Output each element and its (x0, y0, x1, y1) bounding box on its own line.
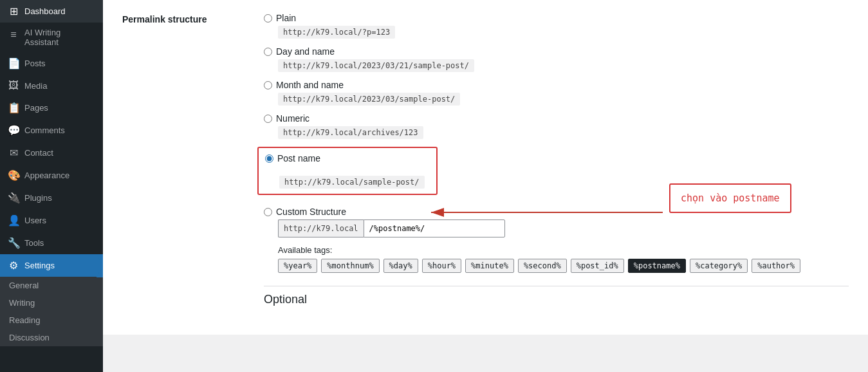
sidebar-item-comments[interactable]: 💬 Comments (0, 119, 103, 142)
tools-icon: 🔧 (8, 237, 19, 249)
option-plain-label[interactable]: Plain (264, 13, 849, 23)
sidebar-item-media[interactable]: 🖼 Media (0, 75, 103, 97)
radio-plain[interactable] (264, 14, 272, 23)
sidebar-item-label: Dashboard (24, 6, 66, 16)
radio-month-name[interactable] (264, 81, 272, 89)
reading-label: Reading (9, 315, 40, 325)
option-post-name: Post name http://k79.local/sample-post/ (257, 147, 438, 195)
option-plain: Plain http://k79.local/?p=123 (264, 13, 849, 39)
callout-box: chọn vào postname (669, 183, 791, 213)
option-day-name: Day and name http://k79.local/2023/03/21… (264, 46, 849, 72)
sidebar-item-label: Appearance (24, 171, 69, 180)
sidebar: ⊞ Dashboard ≡ AI Writing Assistant 📄 Pos… (0, 0, 103, 372)
optional-heading: Optional (264, 286, 849, 306)
radio-day-name[interactable] (264, 48, 272, 56)
sidebar-item-label: Media (24, 81, 47, 91)
users-icon: 👤 (8, 214, 19, 227)
comments-icon: 💬 (8, 124, 19, 136)
settings-icon: ⚙ (8, 259, 19, 272)
sidebar-item-label: AI Writing Assistant (24, 28, 60, 47)
sidebar-item-contact[interactable]: ✉ Contact (0, 142, 103, 164)
tag-minute[interactable]: %minute% (465, 259, 514, 273)
tag-year[interactable]: %year% (278, 259, 317, 273)
sidebar-item-label: Comments (24, 126, 65, 135)
custom-input-row: http://k79.local (278, 219, 849, 237)
pages-icon: 📋 (8, 102, 19, 114)
option-plain-example: http://k79.local/?p=123 (278, 26, 395, 39)
option-day-name-example: http://k79.local/2023/03/21/sample-post/ (278, 59, 474, 72)
sidebar-item-pages[interactable]: 📋 Pages (0, 97, 103, 119)
option-month-name: Month and name http://k79.local/2023/03/… (264, 80, 849, 106)
custom-base-url: http://k79.local (278, 219, 364, 237)
sidebar-item-plugins[interactable]: 🔌 Plugins (0, 187, 103, 209)
tag-second[interactable]: %second% (518, 259, 567, 273)
dashboard-icon: ⊞ (8, 5, 19, 17)
radio-custom[interactable] (264, 208, 272, 216)
contact-icon: ✉ (8, 147, 19, 159)
available-tags-section: Available tags: %year% %monthnum% %day% … (278, 245, 849, 273)
sidebar-item-settings[interactable]: ⚙ Settings (0, 254, 103, 277)
sidebar-item-posts[interactable]: 📄 Posts (0, 52, 103, 75)
permalink-label: Permalink structure (122, 13, 264, 24)
sidebar-item-label: Posts (24, 59, 46, 68)
sidebar-item-appearance[interactable]: 🎨 Appearance (0, 164, 103, 187)
sidebar-item-users[interactable]: 👤 Users (0, 209, 103, 232)
ai-writing-icon: ≡ (8, 29, 19, 41)
tag-post-id[interactable]: %post_id% (571, 259, 624, 273)
sidebar-item-label: Pages (24, 103, 48, 113)
sidebar-item-writing[interactable]: Writing (0, 294, 103, 312)
option-month-name-label[interactable]: Month and name (264, 80, 849, 90)
plugins-icon: 🔌 (8, 192, 19, 204)
appearance-icon: 🎨 (8, 169, 19, 181)
content-area: Permalink structure Plain http://k79.loc… (103, 0, 868, 335)
radio-numeric[interactable] (264, 115, 272, 123)
option-post-name-label[interactable]: Post name (265, 153, 430, 163)
tag-monthnum[interactable]: %monthnum% (321, 259, 379, 273)
custom-structure-input[interactable] (364, 219, 505, 237)
posts-icon: 📄 (8, 57, 19, 70)
sidebar-item-label: Contact (24, 148, 53, 158)
sidebar-item-tools[interactable]: 🔧 Tools (0, 232, 103, 254)
sidebar-item-label: Tools (24, 238, 44, 248)
sidebar-item-dashboard[interactable]: ⊞ Dashboard (0, 0, 103, 23)
sidebar-item-label: Plugins (24, 193, 52, 203)
option-month-name-example: http://k79.local/2023/03/sample-post/ (278, 93, 460, 106)
sidebar-item-discussion[interactable]: Discussion (0, 329, 103, 346)
sidebar-item-label: Settings (24, 261, 55, 270)
media-icon: 🖼 (8, 80, 19, 91)
available-tags-label: Available tags: (278, 245, 849, 255)
sidebar-item-reading[interactable]: Reading (0, 312, 103, 329)
permalink-options: Plain http://k79.local/?p=123 Day and na… (264, 13, 849, 306)
discussion-label: Discussion (9, 333, 50, 342)
tag-postname[interactable]: %postname% (628, 259, 686, 273)
option-numeric: Numeric http://k79.local/archives/123 (264, 113, 849, 139)
general-label: General (9, 281, 39, 290)
permalink-row: Permalink structure Plain http://k79.loc… (122, 13, 849, 306)
option-numeric-example: http://k79.local/archives/123 (278, 126, 423, 139)
sidebar-item-general[interactable]: General (0, 277, 103, 294)
sidebar-submenu: General Writing Reading Discussion (0, 277, 103, 346)
sidebar-item-label: Users (24, 216, 46, 225)
sidebar-item-ai-writing[interactable]: ≡ AI Writing Assistant (0, 23, 103, 52)
tag-author[interactable]: %author% (752, 259, 800, 273)
option-day-name-label[interactable]: Day and name (264, 46, 849, 57)
tag-hour[interactable]: %hour% (422, 259, 461, 273)
writing-label: Writing (9, 298, 35, 308)
tags-list: %year% %monthnum% %day% %hour% %minute% … (278, 259, 849, 273)
radio-post-name[interactable] (265, 154, 273, 163)
main-content: Permalink structure Plain http://k79.loc… (103, 0, 868, 372)
tag-day[interactable]: %day% (383, 259, 418, 273)
tag-category[interactable]: %category% (690, 259, 748, 273)
option-post-name-example: http://k79.local/sample-post/ (279, 176, 425, 189)
option-numeric-label[interactable]: Numeric (264, 113, 849, 124)
